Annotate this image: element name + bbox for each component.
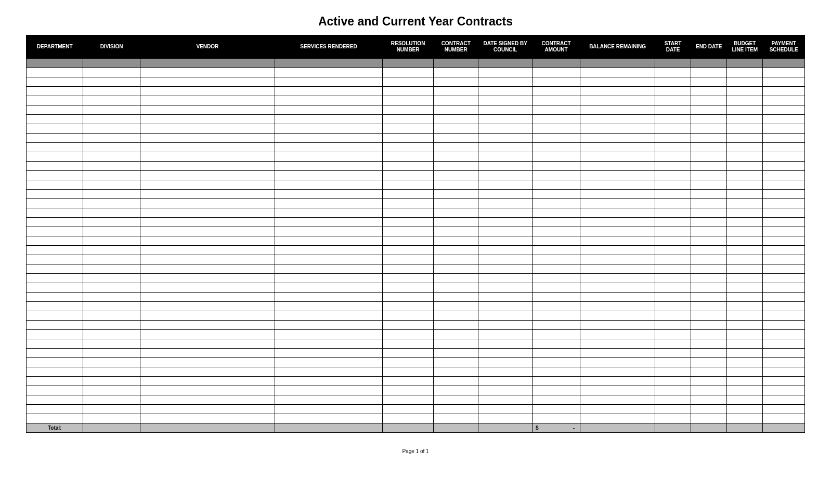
- table-cell: [140, 105, 275, 115]
- table-cell: [691, 227, 727, 236]
- table-cell: [27, 124, 83, 134]
- table-cell: [533, 264, 580, 274]
- table-cell: [478, 143, 533, 152]
- table-cell: [655, 68, 691, 77]
- table-cell: [727, 59, 763, 68]
- table-cell: [691, 115, 727, 124]
- table-row: [27, 377, 805, 386]
- table-cell: [655, 227, 691, 236]
- table-cell: [533, 124, 580, 134]
- table-cell: [727, 124, 763, 134]
- table-cell: [580, 143, 655, 152]
- table-row: [27, 77, 805, 87]
- table-cell: [533, 162, 580, 171]
- table-cell: [727, 105, 763, 115]
- table-row: [27, 293, 805, 302]
- table-cell: [580, 180, 655, 190]
- table-cell: [655, 180, 691, 190]
- table-cell: [727, 218, 763, 227]
- table-cell: [655, 349, 691, 358]
- table-cell: [763, 199, 805, 208]
- table-cell: [27, 59, 83, 68]
- table-row: [27, 162, 805, 171]
- table-cell: [478, 414, 533, 423]
- table-cell: [580, 87, 655, 96]
- table-cell: [275, 96, 382, 105]
- table-cell: [83, 152, 140, 162]
- table-cell: [478, 68, 533, 77]
- table-cell: [580, 105, 655, 115]
- table-cell: [691, 124, 727, 134]
- table-cell: [580, 246, 655, 255]
- table-cell: [83, 414, 140, 423]
- table-cell: [533, 208, 580, 218]
- table-cell: [275, 68, 382, 77]
- table-cell: [140, 274, 275, 283]
- table-cell: [763, 255, 805, 264]
- table-cell: [83, 293, 140, 302]
- table-row: [27, 208, 805, 218]
- table-cell: [580, 96, 655, 105]
- table-cell: [140, 87, 275, 96]
- table-cell: [383, 171, 434, 180]
- table-cell: [655, 386, 691, 395]
- table-cell: [83, 330, 140, 339]
- table-cell: [140, 124, 275, 134]
- table-cell: [580, 377, 655, 386]
- table-cell: [275, 377, 382, 386]
- table-cell: [383, 246, 434, 255]
- table-cell: [763, 302, 805, 311]
- table-cell: [383, 199, 434, 208]
- table-cell: [655, 171, 691, 180]
- table-cell: [383, 218, 434, 227]
- table-cell: [434, 180, 478, 190]
- table-cell: [383, 283, 434, 293]
- table-cell: [27, 171, 83, 180]
- table-cell: [83, 246, 140, 255]
- table-cell: [580, 414, 655, 423]
- table-cell: [580, 208, 655, 218]
- table-cell: [763, 59, 805, 68]
- table-cell: [83, 321, 140, 330]
- table-cell: [727, 134, 763, 143]
- table-cell: [478, 293, 533, 302]
- table-cell: [434, 162, 478, 171]
- table-cell: [727, 199, 763, 208]
- table-header: DEPARTMENT DIVISION VENDOR SERVICES REND…: [27, 35, 805, 59]
- table-row: [27, 405, 805, 414]
- table-cell: [275, 59, 382, 68]
- table-cell: [83, 171, 140, 180]
- table-cell: [655, 218, 691, 227]
- table-cell: [27, 162, 83, 171]
- table-cell: [434, 377, 478, 386]
- table-cell: [655, 283, 691, 293]
- table-cell: [691, 162, 727, 171]
- table-cell: [727, 162, 763, 171]
- table-cell: [275, 152, 382, 162]
- table-cell: [275, 77, 382, 87]
- table-cell: [27, 405, 83, 414]
- table-cell: [83, 358, 140, 367]
- table-row: [27, 236, 805, 246]
- table-cell: [533, 367, 580, 377]
- table-cell: [27, 386, 83, 395]
- table-cell: [275, 255, 382, 264]
- table-row: [27, 134, 805, 143]
- page-title: Active and Current Year Contracts: [26, 15, 805, 29]
- table-cell: [434, 274, 478, 283]
- table-cell: [83, 115, 140, 124]
- table-cell: [691, 377, 727, 386]
- table-cell: [275, 358, 382, 367]
- table-cell: [580, 152, 655, 162]
- table-cell: [83, 190, 140, 199]
- table-cell: [140, 134, 275, 143]
- table-cell: [727, 302, 763, 311]
- table-cell: [140, 349, 275, 358]
- table-cell: [727, 264, 763, 274]
- table-cell: [478, 115, 533, 124]
- table-cell: [27, 105, 83, 115]
- table-cell: [533, 227, 580, 236]
- table-cell: [478, 218, 533, 227]
- table-cell: [275, 87, 382, 96]
- table-cell: [27, 264, 83, 274]
